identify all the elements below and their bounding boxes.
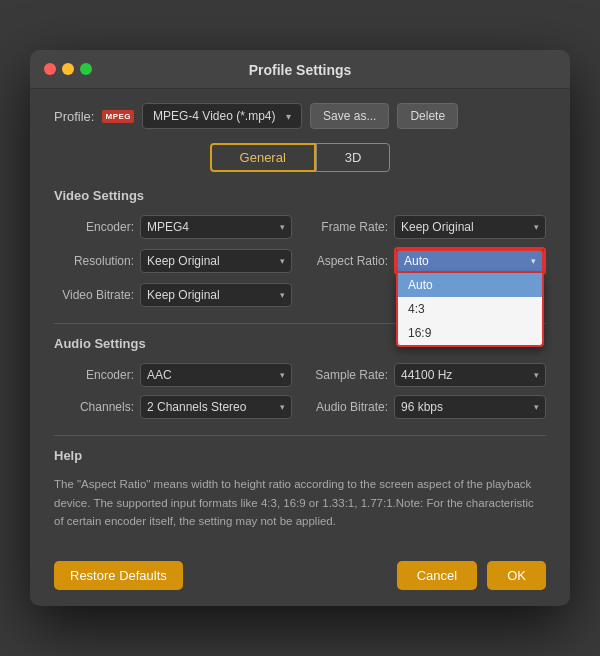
resolution-label: Resolution: [54,254,134,268]
channels-value: 2 Channels Stereo [147,400,246,414]
help-section: Help The "Aspect Ratio" means width to h… [54,448,546,530]
audio-settings-section: Audio Settings Encoder: AAC ▾ Sample Rat… [54,336,546,419]
resolution-row: Resolution: Keep Original ▾ [54,247,292,275]
aspect-option-auto[interactable]: Auto [398,273,542,297]
encoder-chevron-icon: ▾ [280,222,285,232]
channels-row: Channels: 2 Channels Stereo ▾ [54,395,292,419]
frame-rate-dropdown[interactable]: Keep Original ▾ [394,215,546,239]
main-window: Profile Settings Profile: MPEG MPEG-4 Vi… [30,50,570,605]
title-bar: Profile Settings [30,50,570,89]
audio-encoder-value: AAC [147,368,172,382]
profile-value: MPEG-4 Video (*.mp4) [153,109,276,123]
video-bitrate-row: Video Bitrate: Keep Original ▾ [54,283,292,307]
audio-encoder-chevron-icon: ▾ [280,370,285,380]
profile-row: Profile: MPEG MPEG-4 Video (*.mp4) ▾ Sav… [54,103,546,129]
aspect-ratio-options: Auto 4:3 16:9 [396,273,544,347]
aspect-ratio-chevron-icon: ▾ [531,256,536,266]
channels-label: Channels: [54,400,134,414]
frame-rate-value: Keep Original [401,220,474,234]
frame-rate-row: Frame Rate: Keep Original ▾ [308,215,546,239]
channels-dropdown[interactable]: 2 Channels Stereo ▾ [140,395,292,419]
audio-encoder-dropdown[interactable]: AAC ▾ [140,363,292,387]
audio-bitrate-row: Audio Bitrate: 96 kbps ▾ [308,395,546,419]
aspect-option-16-9[interactable]: 16:9 [398,321,542,345]
close-button[interactable] [44,63,56,75]
help-text: The "Aspect Ratio" means width to height… [54,475,546,530]
right-buttons: Cancel OK [397,561,546,590]
bottom-bar: Restore Defaults Cancel OK [30,549,570,606]
profile-icon: MPEG [102,110,134,123]
aspect-ratio-label: Aspect Ratio: [308,254,388,268]
delete-button[interactable]: Delete [397,103,458,129]
sample-rate-dropdown[interactable]: 44100 Hz ▾ [394,363,546,387]
cancel-button[interactable]: Cancel [397,561,477,590]
video-fields-grid: Encoder: MPEG4 ▾ Frame Rate: Keep Origin… [54,215,546,307]
aspect-option-4-3[interactable]: 4:3 [398,297,542,321]
audio-encoder-label: Encoder: [54,368,134,382]
audio-encoder-row: Encoder: AAC ▾ [54,363,292,387]
encoder-row: Encoder: MPEG4 ▾ [54,215,292,239]
window-content: Profile: MPEG MPEG-4 Video (*.mp4) ▾ Sav… [30,89,570,548]
channels-chevron-icon: ▾ [280,402,285,412]
audio-bitrate-chevron-icon: ▾ [534,402,539,412]
save-as-button[interactable]: Save as... [310,103,389,129]
help-title: Help [54,448,546,463]
resolution-chevron-icon: ▾ [280,256,285,266]
tab-3d[interactable]: 3D [316,143,391,172]
aspect-ratio-dropdown[interactable]: Auto ▾ [396,249,544,273]
audio-fields-grid: Encoder: AAC ▾ Sample Rate: 44100 Hz ▾ [54,363,546,419]
video-bitrate-chevron-icon: ▾ [280,290,285,300]
video-settings-title: Video Settings [54,188,546,203]
window-title: Profile Settings [249,62,352,78]
aspect-ratio-container: Auto ▾ Auto 4:3 16:9 [394,247,546,275]
maximize-button[interactable] [80,63,92,75]
encoder-value: MPEG4 [147,220,189,234]
audio-bitrate-dropdown[interactable]: 96 kbps ▾ [394,395,546,419]
ok-button[interactable]: OK [487,561,546,590]
frame-rate-chevron-icon: ▾ [534,222,539,232]
traffic-lights [44,63,92,75]
sample-rate-row: Sample Rate: 44100 Hz ▾ [308,363,546,387]
restore-defaults-button[interactable]: Restore Defaults [54,561,183,590]
profile-chevron-icon: ▾ [286,111,291,122]
encoder-label: Encoder: [54,220,134,234]
video-settings-section: Video Settings Encoder: MPEG4 ▾ Frame Ra… [54,188,546,307]
sample-rate-value: 44100 Hz [401,368,452,382]
video-bitrate-dropdown[interactable]: Keep Original ▾ [140,283,292,307]
minimize-button[interactable] [62,63,74,75]
resolution-dropdown[interactable]: Keep Original ▾ [140,249,292,273]
profile-label: Profile: [54,109,94,124]
profile-dropdown[interactable]: MPEG-4 Video (*.mp4) ▾ [142,103,302,129]
sample-rate-chevron-icon: ▾ [534,370,539,380]
video-bitrate-label: Video Bitrate: [54,288,134,302]
resolution-value: Keep Original [147,254,220,268]
tabs-row: General 3D [54,143,546,172]
sample-rate-label: Sample Rate: [308,368,388,382]
section-divider-2 [54,435,546,436]
frame-rate-label: Frame Rate: [308,220,388,234]
aspect-ratio-value: Auto [404,254,429,268]
video-bitrate-value: Keep Original [147,288,220,302]
aspect-ratio-row: Aspect Ratio: Auto ▾ Auto 4:3 16:9 [308,247,546,275]
encoder-dropdown[interactable]: MPEG4 ▾ [140,215,292,239]
tab-general[interactable]: General [210,143,316,172]
audio-bitrate-value: 96 kbps [401,400,443,414]
audio-bitrate-label: Audio Bitrate: [308,400,388,414]
